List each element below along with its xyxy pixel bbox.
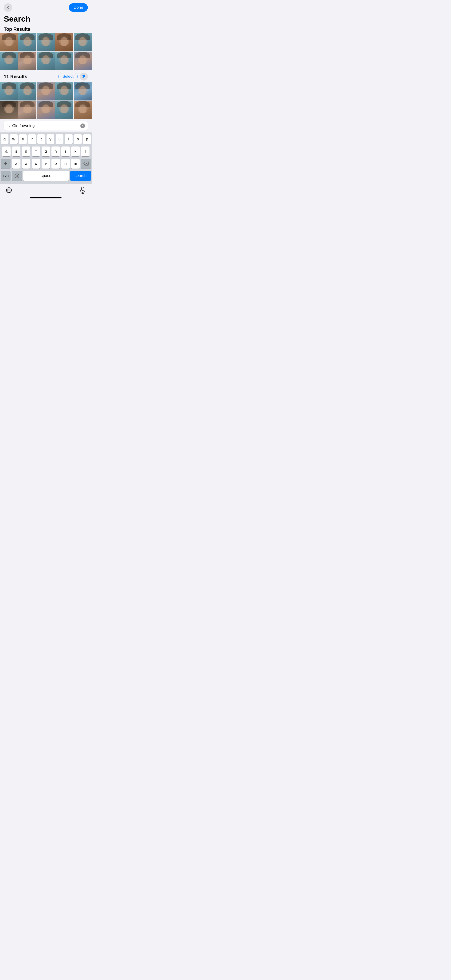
keyboard: q w e r t y u i o p a s d f g h j k l z … xyxy=(0,132,92,184)
key-k[interactable]: k xyxy=(71,146,80,156)
svg-point-4 xyxy=(15,174,19,178)
key-o[interactable]: o xyxy=(74,134,82,144)
key-c[interactable]: c xyxy=(32,159,40,169)
key-t[interactable]: t xyxy=(37,134,45,144)
photo-thumbnail[interactable] xyxy=(74,101,92,119)
results-count: 11 Results xyxy=(4,74,27,80)
photo-thumbnail[interactable] xyxy=(74,83,92,100)
key-q[interactable]: q xyxy=(1,134,8,144)
delete-key[interactable] xyxy=(81,159,91,169)
photo-thumbnail[interactable] xyxy=(18,101,36,119)
home-indicator xyxy=(30,197,62,198)
photo-thumbnail[interactable] xyxy=(37,33,55,51)
keyboard-row-4: 123 space search xyxy=(1,171,91,181)
keyboard-row-1: q w e r t y u i o p xyxy=(1,134,91,144)
key-x[interactable]: x xyxy=(22,159,30,169)
key-v[interactable]: v xyxy=(41,159,50,169)
photo-thumbnail[interactable] xyxy=(0,83,18,100)
key-d[interactable]: d xyxy=(22,146,30,156)
emoji-key[interactable] xyxy=(12,171,22,181)
search-bar-container: ✕ xyxy=(0,119,92,132)
search-input[interactable] xyxy=(12,124,78,128)
key-s[interactable]: s xyxy=(12,146,21,156)
photo-thumbnail[interactable] xyxy=(37,52,55,70)
key-m[interactable]: m xyxy=(71,159,80,169)
photo-thumbnail[interactable] xyxy=(18,33,36,51)
photo-thumbnail[interactable] xyxy=(55,33,73,51)
clear-search-button[interactable]: ✕ xyxy=(80,124,85,128)
photo-thumbnail[interactable] xyxy=(55,101,73,119)
select-button[interactable]: Select xyxy=(59,73,78,80)
back-button[interactable] xyxy=(4,3,12,12)
photo-thumbnail[interactable] xyxy=(55,52,73,70)
key-f[interactable]: f xyxy=(32,146,40,156)
keyboard-bottom-extras xyxy=(0,184,92,196)
photo-thumbnail[interactable] xyxy=(18,52,36,70)
svg-point-5 xyxy=(16,175,16,176)
photo-thumbnail[interactable] xyxy=(0,52,18,70)
microphone-button[interactable] xyxy=(78,186,87,194)
page-title: Search xyxy=(4,14,88,23)
top-results-label: Top Results xyxy=(4,27,88,32)
results-grid xyxy=(0,83,92,119)
key-u[interactable]: u xyxy=(56,134,64,144)
photo-thumbnail[interactable] xyxy=(0,101,18,119)
keyboard-row-2: a s d f g h j k l xyxy=(1,146,91,156)
key-p[interactable]: p xyxy=(83,134,91,144)
top-navigation: Done xyxy=(0,0,92,14)
photo-thumbnail[interactable] xyxy=(74,33,92,51)
key-g[interactable]: g xyxy=(41,146,50,156)
keyboard-row-3: z x c v b n m xyxy=(1,159,91,169)
key-i[interactable]: i xyxy=(65,134,73,144)
key-w[interactable]: w xyxy=(10,134,18,144)
search-bar: ✕ xyxy=(4,121,88,130)
photo-thumbnail[interactable] xyxy=(74,52,92,70)
photo-thumbnail[interactable] xyxy=(37,101,55,119)
key-n[interactable]: n xyxy=(61,159,70,169)
space-key[interactable]: space xyxy=(23,171,69,181)
photo-thumbnail[interactable] xyxy=(0,33,18,51)
key-e[interactable]: e xyxy=(19,134,27,144)
key-l[interactable]: l xyxy=(81,146,89,156)
results-actions: Select xyxy=(59,73,88,81)
key-h[interactable]: h xyxy=(51,146,60,156)
svg-point-6 xyxy=(18,175,18,176)
key-y[interactable]: y xyxy=(46,134,54,144)
sort-button[interactable] xyxy=(80,73,88,81)
photo-thumbnail[interactable] xyxy=(37,83,55,100)
results-bar: 11 Results Select xyxy=(0,70,92,83)
top-results-grid xyxy=(0,33,92,70)
key-b[interactable]: b xyxy=(51,159,60,169)
key-j[interactable]: j xyxy=(61,146,70,156)
svg-rect-10 xyxy=(81,187,84,191)
page-title-container: Search xyxy=(0,14,92,25)
key-r[interactable]: r xyxy=(28,134,36,144)
globe-button[interactable] xyxy=(5,186,13,194)
svg-line-1 xyxy=(9,126,10,127)
key-z[interactable]: z xyxy=(12,159,21,169)
key-a[interactable]: a xyxy=(2,146,11,156)
numbers-key[interactable]: 123 xyxy=(1,171,11,181)
shift-key[interactable] xyxy=(1,159,11,169)
top-results-header: Top Results xyxy=(0,25,92,33)
done-button[interactable]: Done xyxy=(69,3,88,12)
photo-thumbnail[interactable] xyxy=(18,83,36,100)
search-icon xyxy=(6,124,10,128)
search-key[interactable]: search xyxy=(70,171,91,181)
photo-thumbnail[interactable] xyxy=(55,83,73,100)
